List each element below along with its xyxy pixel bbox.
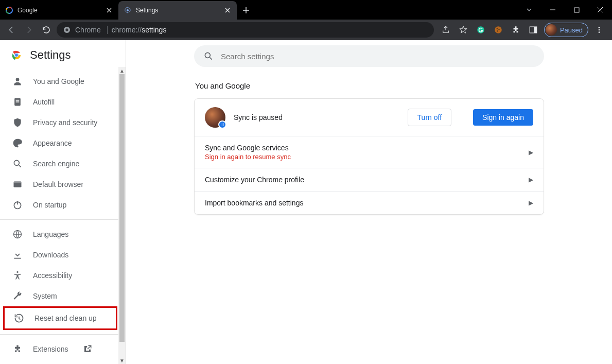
- search-field[interactable]: [221, 52, 535, 61]
- new-tab-button[interactable]: [239, 3, 253, 18]
- tab-search-button[interactable]: [517, 0, 541, 20]
- tab-settings[interactable]: Settings: [118, 1, 237, 20]
- person-icon: [12, 76, 23, 86]
- forward-button[interactable]: [22, 23, 36, 37]
- scrollbar[interactable]: ▲ ▼: [118, 67, 126, 364]
- sidebar-item-autofill[interactable]: Autofill: [0, 92, 126, 112]
- palette-icon: [12, 138, 23, 148]
- search-icon: [12, 159, 23, 169]
- extension-grammarly-icon[interactable]: [474, 23, 487, 37]
- minimize-button[interactable]: [541, 0, 565, 20]
- back-button[interactable]: [4, 23, 19, 37]
- sidebar-item-label: Privacy and security: [33, 118, 97, 127]
- nav-group-1: You and Google Autofill Privacy and secu…: [0, 71, 126, 215]
- sidebar-item-system[interactable]: System: [0, 286, 126, 306]
- download-icon: [12, 250, 23, 260]
- sync-status: Sync is paused: [234, 113, 283, 122]
- svg-point-20: [16, 78, 20, 81]
- chrome-logo-icon: [10, 49, 23, 61]
- svg-rect-2: [574, 8, 579, 12]
- titlebar: Google Settings: [0, 0, 612, 20]
- sidebar-item-reset[interactable]: Reset and clean up: [5, 308, 116, 328]
- share-icon[interactable]: [439, 23, 452, 37]
- maximize-button[interactable]: [565, 0, 588, 20]
- extensions-icon[interactable]: [509, 23, 522, 37]
- menu-icon[interactable]: [592, 23, 606, 37]
- sidebar-item-privacy[interactable]: Privacy and security: [0, 112, 126, 133]
- sidebar-item-extensions[interactable]: Extensions: [0, 339, 126, 359]
- url-label: Chrome: [75, 26, 108, 34]
- divider: [0, 219, 126, 220]
- extension-cookie-icon[interactable]: [492, 23, 505, 37]
- sidebar-item-label: Accessibility: [33, 271, 72, 280]
- tab-settings-label: Settings: [136, 7, 158, 14]
- toolbar: Chrome chrome://settings Paused: [0, 20, 612, 40]
- sidebar-item-label: Reset and clean up: [34, 314, 97, 322]
- scroll-down-icon[interactable]: ▼: [118, 357, 126, 364]
- sidebar-item-downloads[interactable]: Downloads: [0, 245, 126, 265]
- close-icon[interactable]: [223, 6, 232, 14]
- restore-icon: [14, 313, 24, 323]
- svg-point-19: [15, 54, 19, 57]
- row-title: Import bookmarks and settings: [205, 199, 303, 207]
- svg-rect-11: [534, 27, 536, 33]
- close-icon[interactable]: [105, 6, 113, 14]
- row-subtitle: Sign in again to resume sync: [205, 153, 291, 161]
- svg-point-14: [599, 31, 600, 33]
- sidebar-item-on-startup[interactable]: On startup: [0, 195, 126, 215]
- window-controls: [517, 0, 612, 20]
- power-icon: [12, 200, 23, 210]
- tab-google-label: Google: [18, 7, 38, 14]
- brand: Settings: [0, 40, 126, 71]
- google-favicon: [5, 6, 13, 14]
- profile-chip[interactable]: Paused: [544, 23, 588, 37]
- sidebar-item-label: On startup: [33, 201, 66, 209]
- sidebar-item-default-browser[interactable]: Default browser: [0, 174, 126, 195]
- sidebar-item-accessibility[interactable]: Accessibility: [0, 265, 126, 286]
- svg-point-12: [599, 27, 600, 28]
- section-title: You and Google: [194, 81, 544, 90]
- tab-google[interactable]: Google: [0, 1, 118, 20]
- close-window-button[interactable]: [588, 0, 612, 20]
- profile-card: ⏸ Sync is paused Turn off Sign in again …: [194, 98, 544, 215]
- autofill-icon: [12, 97, 23, 107]
- row-sync-services[interactable]: Sync and Google services Sign in again t…: [195, 136, 544, 168]
- svg-rect-26: [14, 181, 22, 183]
- scroll-thumb[interactable]: [119, 74, 125, 342]
- row-customize-profile[interactable]: Customize your Chrome profile ▶: [195, 168, 544, 191]
- turn-off-button[interactable]: Turn off: [408, 109, 451, 126]
- bookmark-icon[interactable]: [457, 23, 470, 37]
- svg-rect-22: [16, 100, 20, 101]
- omnibox[interactable]: Chrome chrome://settings: [57, 22, 434, 38]
- wrench-icon: [12, 291, 23, 301]
- scroll-up-icon[interactable]: ▲: [118, 67, 126, 74]
- globe-icon: [12, 229, 23, 239]
- sidebar-item-languages[interactable]: Languages: [0, 224, 126, 245]
- sign-in-button[interactable]: Sign in again: [473, 109, 533, 126]
- row-import-bookmarks[interactable]: Import bookmarks and settings ▶: [195, 191, 544, 214]
- sidebar-item-label: Downloads: [33, 251, 68, 259]
- avatar: [546, 24, 557, 36]
- svg-point-6: [495, 26, 502, 33]
- avatar: ⏸: [205, 107, 225, 128]
- highlight-reset: Reset and clean up: [3, 306, 117, 330]
- gear-icon: [124, 6, 132, 14]
- sidebar-item-label: Autofill: [33, 98, 55, 106]
- chevron-right-icon: ▶: [529, 149, 533, 156]
- nav-group-2: Languages Downloads Accessibility System…: [0, 224, 126, 330]
- sidepanel-icon[interactable]: [527, 23, 540, 37]
- sidebar-item-label: Search engine: [33, 160, 79, 168]
- sidebar-item-label: Appearance: [33, 139, 72, 147]
- svg-point-13: [599, 29, 600, 31]
- search-input[interactable]: [194, 45, 544, 67]
- main: You and Google ⏸ Sync is paused Turn off…: [126, 40, 612, 364]
- svg-rect-23: [16, 101, 20, 102]
- chrome-icon: [63, 26, 71, 34]
- sidebar-item-appearance[interactable]: Appearance: [0, 133, 126, 153]
- sync-badge-icon: ⏸: [218, 120, 226, 129]
- sidebar-item-you-and-google[interactable]: You and Google: [0, 71, 126, 92]
- external-link-icon: [82, 344, 93, 354]
- sidebar-item-label: You and Google: [33, 77, 84, 85]
- sidebar-item-search-engine[interactable]: Search engine: [0, 153, 126, 174]
- reload-button[interactable]: [39, 23, 54, 37]
